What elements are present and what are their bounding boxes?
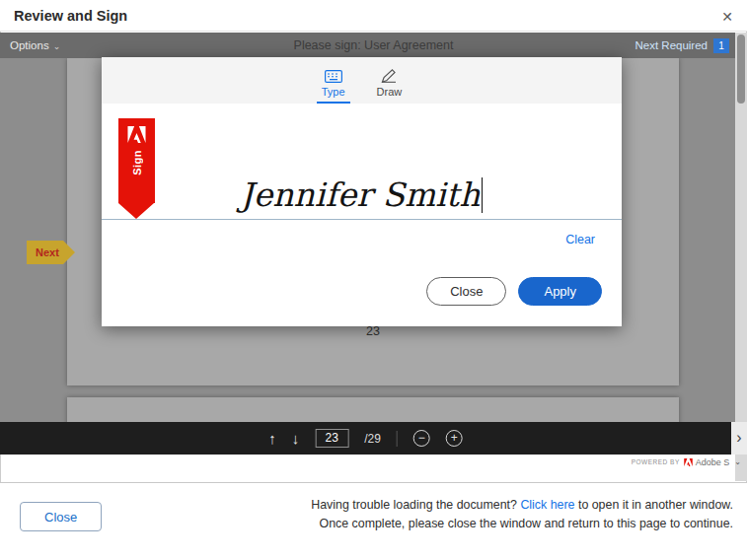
pager-controls: ↑ ↓ 23 /29 − + [268,422,463,455]
page-footer: Close Having trouble loading the documen… [0,482,747,560]
page-number-label: 23 [67,324,679,338]
next-required-badge: 1 [713,38,729,53]
zoom-in-icon[interactable]: + [446,430,463,447]
signature-value: Jennifer Smith [241,175,481,214]
footer-line-1: Having trouble loading the document? Cli… [311,496,733,515]
signature-baseline [102,219,622,220]
footer-line1-pre: Having trouble loading the document? [311,498,517,512]
powered-by-branding: POWERED BY Adobe S ⌄ [632,455,741,469]
close-icon[interactable]: ✕ [717,7,737,27]
powered-by-label: POWERED BY [632,458,680,465]
chevron-down-icon[interactable]: ⌄ [734,457,741,466]
chevron-right-icon[interactable]: › [731,422,747,455]
pdf-pager-bar: ↑ ↓ 23 /29 − + [0,422,731,455]
brand-name: Adobe S [696,457,730,467]
page-up-icon[interactable]: ↑ [268,430,276,447]
footer-close-button[interactable]: Close [20,502,102,531]
text-cursor [482,177,483,213]
pen-icon [381,69,397,83]
keyboard-icon [325,70,342,83]
window-header: Review and Sign ✕ [0,0,747,32]
footer-help-text: Having trouble loading the document? Cli… [311,496,733,533]
footer-line-2: Once complete, please close the window a… [311,515,733,533]
window-title: Review and Sign [14,0,127,32]
document-toolbar: Options⌄ Please sign: User Agreement Nex… [0,33,747,58]
signature-input[interactable]: Jennifer Smith [102,173,622,218]
scrollbar-thumb[interactable] [737,35,745,104]
pager-divider [397,431,398,447]
apply-button[interactable]: Apply [518,277,602,306]
review-and-sign-window: Review and Sign ✕ Options⌄ Please sign: … [0,0,747,560]
close-button[interactable]: Close [426,277,506,306]
sign-ribbon-label: Sign [131,150,143,175]
clear-link[interactable]: Clear [565,233,595,246]
signature-body: Sign Jennifer Smith Clear Close Apply [102,104,622,326]
page-number-input[interactable]: 23 [315,429,348,448]
signature-dialog: Type Draw Sign Jennifer Smith Clear [102,57,622,326]
vertical-scrollbar[interactable] [735,33,747,481]
tab-draw-label: Draw [377,86,403,98]
adobe-logo-icon [684,458,693,466]
footer-line1-post: to open it in another window. [578,498,733,512]
adobe-logo-icon [127,126,146,143]
next-required-control[interactable]: Next Required 1 [635,33,729,58]
page-down-icon[interactable]: ↓ [292,430,300,447]
tab-type[interactable]: Type [317,57,350,104]
next-field-arrow[interactable]: Next [27,241,63,264]
page-total-label: /29 [364,432,381,446]
signature-tabs: Type Draw [102,57,622,104]
tab-type-label: Type [322,86,345,98]
zoom-out-icon[interactable]: − [413,430,430,447]
next-required-label: Next Required [635,39,708,51]
tab-draw[interactable]: Draw [372,57,408,104]
click-here-link[interactable]: Click here [520,498,574,512]
document-page [67,397,679,422]
dialog-actions: Close Apply [426,277,602,306]
